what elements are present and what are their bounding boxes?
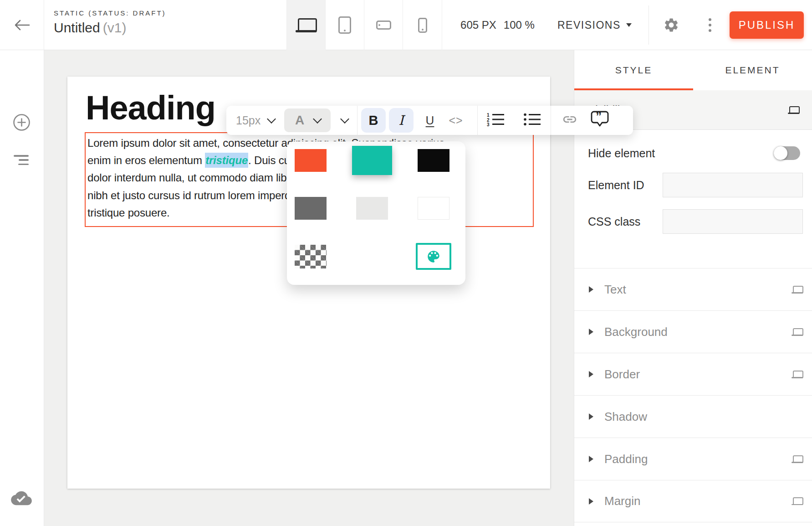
laptop-scope-icon <box>792 286 803 294</box>
chevron-right-icon <box>589 371 593 377</box>
structure-navigator-button[interactable] <box>14 155 29 165</box>
css-class-row: CSS class <box>574 209 812 234</box>
canvas-zoom-label: 100 % <box>504 19 535 31</box>
code-button[interactable]: <> <box>444 108 468 133</box>
chevron-right-icon <box>589 498 593 505</box>
style-section-text[interactable]: Text <box>574 268 812 310</box>
element-id-input[interactable] <box>663 173 803 197</box>
page-title-text: Untitled <box>54 20 100 35</box>
laptop-scope-icon <box>792 455 803 463</box>
page-builder-app: STATIC (STATUS: DRAFT) Untitled(v1) 605 … <box>0 0 812 526</box>
color-swatch-light-gray[interactable] <box>356 197 388 220</box>
layers-icon <box>14 155 29 157</box>
tab-style[interactable]: STYLE <box>574 50 693 90</box>
left-toolbar-rail <box>0 50 44 526</box>
section-label: Padding <box>604 452 648 466</box>
laptop-scope-icon <box>792 328 803 336</box>
element-id-label: Element ID <box>588 179 644 192</box>
laptop-scope-icon <box>792 497 803 505</box>
color-swatch-transparent[interactable] <box>295 245 327 268</box>
text-format-toolbar: 15px A B I U <> 1 2 3 <box>226 106 633 135</box>
toolbar-divider <box>357 106 357 135</box>
custom-color-swatch[interactable] <box>416 243 451 270</box>
tablet-icon <box>338 16 351 34</box>
chevron-right-icon <box>589 413 593 420</box>
chevron-right-icon <box>589 286 593 293</box>
style-section-border[interactable]: Border <box>574 353 812 395</box>
revisions-label: REVISIONS <box>557 19 621 31</box>
device-preview-tablet-button[interactable] <box>326 0 364 50</box>
style-sections-list: TextBackgroundBorderShadowPaddingMargin <box>574 268 812 522</box>
style-section-shadow[interactable]: Shadow <box>574 395 812 438</box>
panel-tabs: STYLE ELEMENT <box>574 50 812 90</box>
element-id-row: Element ID <box>574 173 812 197</box>
settings-button[interactable] <box>663 17 679 33</box>
bullet-list-button[interactable] <box>523 113 541 128</box>
bullet-list-icon <box>523 113 541 126</box>
css-class-input[interactable] <box>663 209 803 234</box>
chevron-right-icon <box>589 456 593 462</box>
style-section-background[interactable]: Background <box>574 310 812 353</box>
svg-text:1: 1 <box>487 113 490 118</box>
color-swatch-dark-gray[interactable] <box>295 197 327 220</box>
italic-button[interactable]: I <box>389 108 414 133</box>
quote-button[interactable]: ” <box>590 110 609 130</box>
section-label: Border <box>604 367 640 382</box>
autosave-status <box>11 490 32 507</box>
text-color-letter: A <box>295 113 304 128</box>
chevron-down-icon <box>313 114 322 124</box>
toolbar-divider <box>477 106 478 135</box>
section-label: Background <box>604 325 668 339</box>
revisions-dropdown[interactable]: REVISIONS <box>557 0 632 50</box>
highlight-color-dropdown[interactable] <box>340 114 349 124</box>
chevron-down-icon <box>626 23 632 27</box>
link-button[interactable] <box>562 112 577 129</box>
ordered-list-button[interactable]: 1 2 3 <box>487 113 505 128</box>
device-preview-group <box>286 0 442 50</box>
css-class-label: CSS class <box>588 215 640 228</box>
chevron-right-icon <box>589 329 593 335</box>
publish-button[interactable]: PUBLISH <box>730 11 804 39</box>
link-icon <box>562 112 577 127</box>
color-swatch-orange[interactable] <box>295 149 327 172</box>
gear-icon <box>663 17 679 33</box>
color-swatch-teal[interactable] <box>352 146 392 175</box>
add-element-button[interactable] <box>12 113 31 132</box>
canvas-width-label: 605 PX <box>460 19 496 31</box>
chevron-down-icon[interactable] <box>267 114 276 124</box>
page-title: Untitled(v1) <box>54 20 166 36</box>
back-button[interactable] <box>0 0 44 50</box>
bold-button[interactable]: B <box>361 108 386 133</box>
phone-land-icon <box>376 21 391 30</box>
font-size-dropdown[interactable]: 15px <box>236 114 260 127</box>
page-version: (v1) <box>103 20 127 35</box>
section-label: Text <box>604 283 626 297</box>
device-preview-phone-port-button[interactable] <box>403 0 442 50</box>
top-bar: STATIC (STATUS: DRAFT) Untitled(v1) 605 … <box>0 0 812 50</box>
hide-element-row: Hide element <box>574 145 812 161</box>
desktop-icon <box>296 18 317 32</box>
toolbar-divider <box>551 106 551 135</box>
hide-element-label: Hide element <box>588 147 655 160</box>
section-label: Margin <box>604 494 640 508</box>
color-swatch-black[interactable] <box>418 149 449 172</box>
device-preview-phone-land-button[interactable] <box>364 0 403 50</box>
heading-text[interactable]: Heading <box>86 91 215 125</box>
svg-text:”: ” <box>596 110 602 123</box>
text-color-dropdown[interactable]: A <box>284 108 331 132</box>
color-swatch-white[interactable] <box>418 197 449 220</box>
color-grid-empty-cell <box>356 245 388 268</box>
style-section-margin[interactable]: Margin <box>574 480 812 522</box>
tab-element[interactable]: ELEMENT <box>693 50 812 90</box>
cloud-saved-icon <box>11 490 32 507</box>
hide-element-toggle[interactable] <box>774 146 800 160</box>
more-options-button[interactable] <box>707 15 713 35</box>
topbar-divider <box>649 5 649 45</box>
canvas-size-info: 605 PX 100 % <box>444 0 551 50</box>
device-preview-desktop-button[interactable] <box>287 0 326 50</box>
quote-icon: ” <box>590 110 609 129</box>
phone-port-icon <box>418 18 427 33</box>
style-section-padding[interactable]: Padding <box>574 438 812 480</box>
panel-body: Hide element Element ID CSS class TextBa… <box>574 130 812 522</box>
underline-button[interactable]: U <box>421 108 439 133</box>
